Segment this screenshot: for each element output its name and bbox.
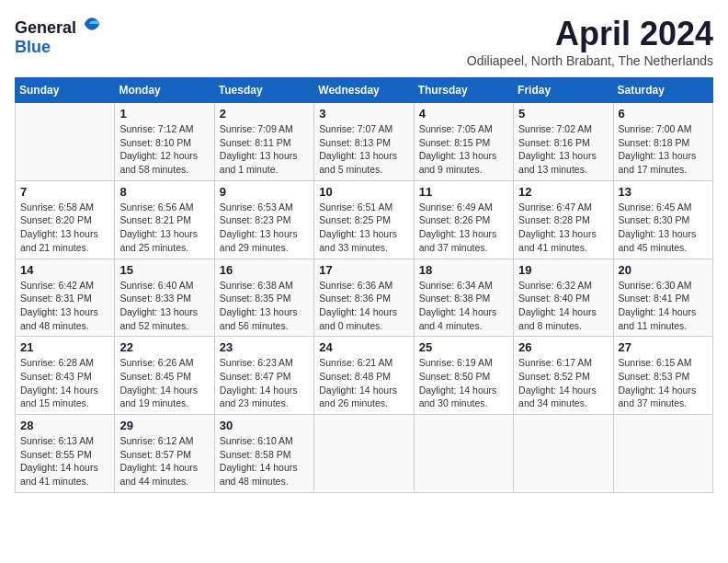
- day-number: 9: [220, 185, 309, 199]
- day-info: Sunrise: 6:53 AMSunset: 8:23 PMDaylight:…: [220, 201, 309, 255]
- day-info: Sunrise: 6:17 AMSunset: 8:52 PMDaylight:…: [518, 356, 608, 410]
- calendar-subtitle: Odiliapeel, North Brabant, The Netherlan…: [467, 53, 713, 68]
- day-number: 15: [119, 263, 209, 277]
- day-info: Sunrise: 6:21 AMSunset: 8:48 PMDaylight:…: [319, 356, 408, 410]
- calendar-cell: 4Sunrise: 7:05 AMSunset: 8:15 PMDaylight…: [414, 103, 513, 181]
- calendar-cell: 24Sunrise: 6:21 AMSunset: 8:48 PMDayligh…: [314, 337, 414, 415]
- day-info: Sunrise: 6:38 AMSunset: 8:35 PMDaylight:…: [220, 279, 309, 333]
- calendar-cell: 2Sunrise: 7:09 AMSunset: 8:11 PMDaylight…: [214, 103, 313, 181]
- weekday-header-friday: Friday: [514, 78, 613, 103]
- day-number: 13: [619, 185, 708, 199]
- calendar-cell: [16, 103, 115, 181]
- title-section: April 2024 Odiliapeel, North Brabant, Th…: [467, 15, 713, 68]
- day-info: Sunrise: 7:00 AMSunset: 8:18 PMDaylight:…: [619, 122, 708, 177]
- calendar-cell: 18Sunrise: 6:34 AMSunset: 8:38 PMDayligh…: [414, 259, 513, 337]
- logo-general: General: [15, 18, 76, 37]
- calendar-cell: [613, 415, 712, 493]
- calendar-cell: 10Sunrise: 6:51 AMSunset: 8:25 PMDayligh…: [314, 180, 414, 259]
- calendar-cell: 21Sunrise: 6:28 AMSunset: 8:43 PMDayligh…: [16, 337, 115, 415]
- day-number: 17: [319, 263, 408, 277]
- day-info: Sunrise: 6:34 AMSunset: 8:38 PMDaylight:…: [419, 279, 508, 333]
- day-number: 19: [518, 263, 608, 277]
- day-number: 28: [20, 419, 109, 432]
- calendar-cell: 3Sunrise: 7:07 AMSunset: 8:13 PMDaylight…: [314, 103, 414, 181]
- calendar-cell: 29Sunrise: 6:12 AMSunset: 8:57 PMDayligh…: [115, 415, 214, 493]
- calendar-cell: 11Sunrise: 6:49 AMSunset: 8:26 PMDayligh…: [414, 180, 513, 259]
- calendar-cell: 13Sunrise: 6:45 AMSunset: 8:30 PMDayligh…: [613, 180, 712, 259]
- calendar-cell: 17Sunrise: 6:36 AMSunset: 8:36 PMDayligh…: [314, 259, 414, 337]
- weekday-header-monday: Monday: [115, 78, 214, 103]
- calendar-cell: 25Sunrise: 6:19 AMSunset: 8:50 PMDayligh…: [414, 337, 513, 415]
- day-number: 14: [20, 263, 109, 277]
- weekday-header-wednesday: Wednesday: [314, 78, 414, 103]
- calendar-week-row: 14Sunrise: 6:42 AMSunset: 8:31 PMDayligh…: [16, 259, 713, 337]
- calendar-week-row: 7Sunrise: 6:58 AMSunset: 8:20 PMDaylight…: [16, 180, 713, 259]
- calendar-cell: 6Sunrise: 7:00 AMSunset: 8:18 PMDaylight…: [613, 103, 712, 181]
- logo: General Blue: [15, 15, 101, 57]
- day-number: 21: [20, 340, 109, 354]
- calendar-cell: 19Sunrise: 6:32 AMSunset: 8:40 PMDayligh…: [514, 259, 613, 337]
- day-number: 23: [220, 340, 309, 354]
- logo-blue: Blue: [15, 38, 51, 56]
- day-info: Sunrise: 6:45 AMSunset: 8:30 PMDaylight:…: [619, 201, 708, 255]
- logo-icon: [83, 15, 101, 33]
- calendar-week-row: 28Sunrise: 6:13 AMSunset: 8:55 PMDayligh…: [16, 415, 713, 493]
- calendar-cell: 30Sunrise: 6:10 AMSunset: 8:58 PMDayligh…: [214, 415, 313, 493]
- day-info: Sunrise: 6:58 AMSunset: 8:20 PMDaylight:…: [20, 201, 109, 255]
- calendar-cell: 12Sunrise: 6:47 AMSunset: 8:28 PMDayligh…: [514, 180, 613, 259]
- calendar-cell: 26Sunrise: 6:17 AMSunset: 8:52 PMDayligh…: [514, 337, 613, 415]
- day-info: Sunrise: 6:40 AMSunset: 8:33 PMDaylight:…: [119, 279, 209, 333]
- day-number: 20: [619, 263, 708, 277]
- day-info: Sunrise: 7:12 AMSunset: 8:10 PMDaylight:…: [119, 122, 209, 177]
- weekday-header-thursday: Thursday: [414, 78, 513, 103]
- weekday-header-saturday: Saturday: [613, 78, 712, 103]
- day-number: 2: [220, 107, 309, 121]
- day-info: Sunrise: 7:05 AMSunset: 8:15 PMDaylight:…: [419, 122, 508, 177]
- calendar-cell: [414, 415, 513, 493]
- day-info: Sunrise: 6:15 AMSunset: 8:53 PMDaylight:…: [619, 356, 708, 410]
- weekday-header-sunday: Sunday: [16, 78, 115, 103]
- day-info: Sunrise: 6:13 AMSunset: 8:55 PMDaylight:…: [20, 434, 109, 488]
- weekday-header-tuesday: Tuesday: [214, 78, 313, 103]
- day-info: Sunrise: 6:47 AMSunset: 8:28 PMDaylight:…: [518, 201, 608, 255]
- day-info: Sunrise: 6:32 AMSunset: 8:40 PMDaylight:…: [518, 279, 608, 333]
- day-info: Sunrise: 6:51 AMSunset: 8:25 PMDaylight:…: [319, 201, 408, 255]
- calendar-cell: 27Sunrise: 6:15 AMSunset: 8:53 PMDayligh…: [613, 337, 712, 415]
- day-number: 8: [119, 185, 209, 199]
- day-number: 12: [518, 185, 608, 199]
- day-number: 26: [518, 340, 608, 354]
- calendar-cell: 23Sunrise: 6:23 AMSunset: 8:47 PMDayligh…: [214, 337, 313, 415]
- day-info: Sunrise: 6:19 AMSunset: 8:50 PMDaylight:…: [419, 356, 508, 410]
- calendar-cell: 15Sunrise: 6:40 AMSunset: 8:33 PMDayligh…: [115, 259, 214, 337]
- day-info: Sunrise: 6:28 AMSunset: 8:43 PMDaylight:…: [20, 356, 109, 410]
- calendar-cell: 7Sunrise: 6:58 AMSunset: 8:20 PMDaylight…: [16, 180, 115, 259]
- day-info: Sunrise: 7:02 AMSunset: 8:16 PMDaylight:…: [518, 122, 608, 177]
- calendar-cell: 1Sunrise: 7:12 AMSunset: 8:10 PMDaylight…: [115, 103, 214, 181]
- day-info: Sunrise: 6:23 AMSunset: 8:47 PMDaylight:…: [220, 356, 309, 410]
- day-info: Sunrise: 6:12 AMSunset: 8:57 PMDaylight:…: [119, 434, 209, 488]
- day-info: Sunrise: 7:07 AMSunset: 8:13 PMDaylight:…: [319, 122, 408, 177]
- day-number: 6: [619, 107, 708, 121]
- weekday-header-row: SundayMondayTuesdayWednesdayThursdayFrid…: [16, 78, 713, 103]
- calendar-title: April 2024: [467, 15, 713, 53]
- calendar-cell: 9Sunrise: 6:53 AMSunset: 8:23 PMDaylight…: [214, 180, 313, 259]
- calendar-cell: [314, 415, 414, 493]
- calendar-table: SundayMondayTuesdayWednesdayThursdayFrid…: [15, 77, 713, 493]
- day-info: Sunrise: 6:30 AMSunset: 8:41 PMDaylight:…: [619, 279, 708, 333]
- day-number: 29: [119, 419, 209, 432]
- day-info: Sunrise: 7:09 AMSunset: 8:11 PMDaylight:…: [220, 122, 309, 177]
- day-number: 18: [419, 263, 508, 277]
- calendar-week-row: 21Sunrise: 6:28 AMSunset: 8:43 PMDayligh…: [16, 337, 713, 415]
- day-number: 1: [119, 107, 209, 121]
- calendar-cell: 20Sunrise: 6:30 AMSunset: 8:41 PMDayligh…: [613, 259, 712, 337]
- day-number: 5: [518, 107, 608, 121]
- day-number: 16: [220, 263, 309, 277]
- calendar-cell: 5Sunrise: 7:02 AMSunset: 8:16 PMDaylight…: [514, 103, 613, 181]
- calendar-cell: 16Sunrise: 6:38 AMSunset: 8:35 PMDayligh…: [214, 259, 313, 337]
- calendar-cell: 8Sunrise: 6:56 AMSunset: 8:21 PMDaylight…: [115, 180, 214, 259]
- header: General Blue April 2024 Odiliapeel, Nort…: [15, 15, 713, 68]
- calendar-week-row: 1Sunrise: 7:12 AMSunset: 8:10 PMDaylight…: [16, 103, 713, 181]
- calendar-cell: [514, 415, 613, 493]
- calendar-cell: 28Sunrise: 6:13 AMSunset: 8:55 PMDayligh…: [16, 415, 115, 493]
- day-number: 24: [319, 340, 408, 354]
